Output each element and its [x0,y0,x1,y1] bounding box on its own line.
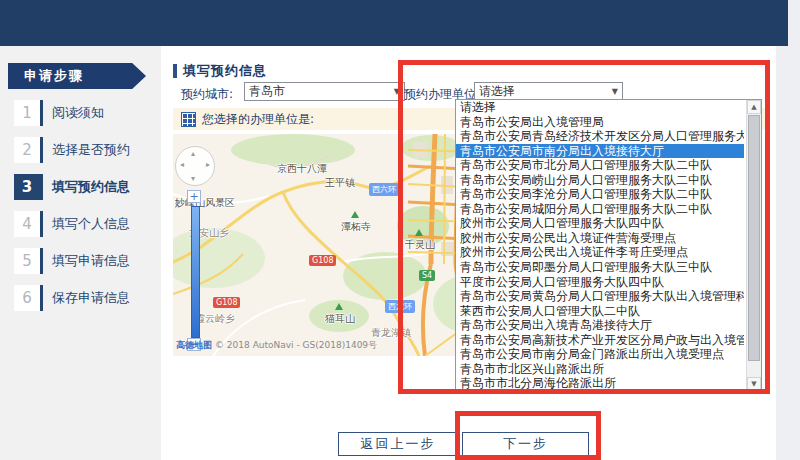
map-zoom-in-button[interactable]: + [187,190,201,203]
mountain-icon [335,303,343,310]
scrollbar-down-icon[interactable]: ▼ [747,377,761,391]
scrollbar-thumb[interactable] [748,115,760,361]
step-number: 5 [14,248,43,274]
map-place-label: 潭柘寺 [341,220,371,234]
sidebar-title-banner: 申请步骤 [8,63,146,89]
road-badge: 西六环 [369,183,399,196]
steps-sidebar: 申请步骤 1阅读须知2选择是否预约3填写预约信息4填写个人信息5填写申请信息6保… [0,46,161,460]
map-place-label: 妙峰山风景区 [175,196,235,210]
dropdown-option[interactable]: 胶州市公安局公民出入境证件李哥庄受理点 [456,245,744,260]
mountain-icon [415,229,423,236]
road-badge: G108 [213,297,240,308]
map-place-label: 京西十八潭 [277,162,327,176]
dropdown-option[interactable]: 青岛市公安局青岛经济技术开发区分局人口管理服务大队二中队 [456,129,744,144]
road-badge: S4 [419,270,435,281]
dropdown-option[interactable]: 青岛市公安局即墨分局人口管理服务大队三中队 [456,260,744,275]
dropdown-option[interactable]: 请选择 [456,100,744,115]
dropdown-option[interactable]: 胶州市公安局人口管理服务大队四中队 [456,216,744,231]
section-title-text: 填写预约信息 [183,62,267,80]
dropdown-option[interactable]: 青岛市公安局李沧分局人口管理服务大队二中队 [456,187,744,202]
city-label: 预约城市: [181,86,233,103]
map-place-label: 王平镇 [325,176,355,190]
road-badge: G108 [309,255,336,266]
map-copyright-text: © 2018 AutoNavi - GS(2018)1409号 [215,340,377,350]
sidebar-step-1[interactable]: 1阅读须知 [0,100,161,128]
step-label: 填写申请信息 [52,248,130,274]
map-place-label: 猫耳山 [325,312,355,326]
dropdown-option[interactable]: 莱西市公安局人口管理大队二中队 [456,304,744,319]
sidebar-step-5[interactable]: 5填写申请信息 [0,248,161,276]
pan-up-icon: ▴ [191,149,195,158]
map-place-label: 千灵山 [405,238,435,252]
road-badge: 西六环 [385,300,415,313]
mountain-icon [351,211,359,218]
dropdown-option[interactable]: 青岛市公安局出入境青岛港接待大厅 [456,318,744,333]
scrollbar-up-icon[interactable]: ▲ [747,100,761,114]
notice-text: 您选择的办理单位是: [202,111,314,128]
pan-down-icon: ▾ [191,174,195,183]
dropdown-option[interactable]: 平度市公安局人口管理服务大队四中队 [456,275,744,290]
dropdown-option[interactable]: 青岛市公安局出入境管理局 [456,115,744,130]
step-label: 填写预约信息 [52,174,130,200]
unit-select-value: 请选择 [479,83,515,100]
building-grid-icon [181,112,196,127]
dropdown-option[interactable]: 青岛市公安局市南分局出入境接待大厅 [456,144,744,159]
section-title: 填写预约信息 [173,62,267,80]
step-number: 2 [14,137,43,163]
city-select-value: 青岛市 [249,83,285,100]
unit-dropdown-list: 请选择青岛市公安局出入境管理局青岛市公安局青岛经济技术开发区分局人口管理服务大队… [455,99,762,392]
dropdown-option[interactable]: 青岛市公安局市南分局金门路派出所出入境受理点 [456,347,744,362]
step-label: 选择是否预约 [52,137,130,163]
dropdown-scrollbar[interactable]: ▲ ▼ [746,100,761,391]
map-zoom-slider[interactable] [191,206,200,338]
dropdown-option[interactable]: 青岛市公安局崂山分局人口管理服务大队二中队 [456,173,744,188]
step-number: 3 [14,174,43,200]
sidebar-step-6[interactable]: 6保存申请信息 [0,285,161,313]
dropdown-option[interactable]: 青岛市市北分局海伦路派出所 [456,376,744,391]
step-number: 1 [14,100,43,126]
step-number: 4 [14,211,43,237]
map-copyright: 高德地图© 2018 AutoNavi - GS(2018)1409号 [176,339,377,352]
step-label: 填写个人信息 [52,211,130,237]
page-right-gutter [776,0,800,460]
sidebar-step-4[interactable]: 4填写个人信息 [0,211,161,239]
pan-right-icon: ▸ [206,160,210,169]
dropdown-option[interactable]: 青岛市公安局高新技术产业开发区分局户政与出入境管理处 [456,333,744,348]
step-label: 阅读须知 [52,100,104,126]
map-brand: 高德地图 [176,340,212,350]
city-select[interactable]: 青岛市 ▼ [244,82,405,101]
sidebar-step-3[interactable]: 3填写预约信息 [0,174,161,202]
next-button[interactable]: 下一步 [462,432,589,456]
dropdown-option[interactable]: 青岛市公安局城阳分局人口管理服务大队二中队 [456,202,744,217]
dropdown-option[interactable]: 青岛市公安局黄岛分局人口管理服务大队出入境管理科 [456,289,744,304]
map-pan-control[interactable]: ▴ ▾ ◂ ▸ [175,146,215,186]
sidebar-step-2[interactable]: 2选择是否预约 [0,137,161,165]
dropdown-option[interactable]: 胶州市公安局公民出入境证件营海受理点 [456,231,744,246]
step-number: 6 [14,285,43,311]
step-label: 保存申请信息 [52,285,130,311]
dropdown-option[interactable]: 青岛市公安局市北分局人口管理服务大队二中队 [456,158,744,173]
dropdown-option[interactable]: 青岛市市北区兴山路派出所 [456,362,744,377]
chevron-down-icon: ▼ [612,87,618,96]
chevron-down-icon: ▼ [394,87,400,96]
pan-left-icon: ◂ [180,160,184,169]
header-band [0,0,788,46]
map-place-label: 青龙湖镇 [371,326,411,340]
map-place-label: 霞云岭乡 [195,312,235,326]
section-title-bar-icon [173,64,177,78]
back-button[interactable]: 返回上一步 [338,432,458,456]
